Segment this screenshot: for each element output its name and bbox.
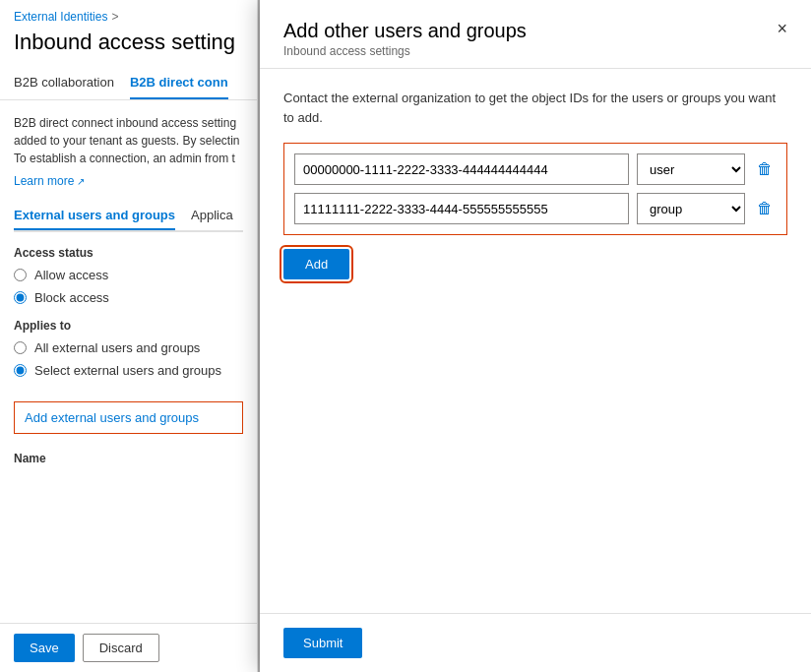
radio-select-input[interactable] [14, 364, 27, 377]
submit-button[interactable]: Submit [283, 628, 362, 658]
discard-button[interactable]: Discard [83, 634, 159, 662]
modal-spacer [283, 279, 787, 593]
access-status-label: Access status [14, 246, 243, 260]
entry-row-1: user group 🗑 [294, 153, 777, 185]
radio-all-label: All external users and groups [34, 340, 200, 355]
save-button[interactable]: Save [14, 634, 75, 662]
modal-title: Add other users and groups [283, 20, 769, 42]
applies-to-label: Applies to [14, 319, 243, 333]
sub-tabs: External users and groups Applica [14, 202, 243, 232]
modal-footer: Submit [260, 613, 811, 672]
modal-header: Add other users and groups Inbound acces… [260, 0, 811, 69]
entry-type-select-1[interactable]: user group [637, 153, 745, 185]
modal-overlay: Add other users and groups Inbound acces… [258, 0, 811, 672]
radio-allow-access[interactable]: Allow access [14, 268, 243, 282]
entries-box: user group 🗑 user group 🗑 [283, 143, 787, 235]
external-link-icon: ↗ [77, 176, 85, 187]
entry-input-2[interactable] [294, 193, 629, 224]
breadcrumb: External Identities > [0, 0, 257, 30]
subtab-applications[interactable]: Applica [191, 202, 233, 230]
entry-row-2: user group 🗑 [294, 193, 777, 224]
learn-more-link[interactable]: Learn more ↗ [14, 174, 85, 188]
modal-close-button[interactable]: × [769, 20, 787, 37]
subtab-external-users[interactable]: External users and groups [14, 202, 175, 230]
access-status-group: Allow access Block access [14, 268, 243, 305]
modal-title-area: Add other users and groups Inbound acces… [283, 20, 769, 58]
page-title: Inbound access setting [0, 30, 257, 67]
add-external-users-box[interactable]: Add external users and groups [14, 401, 243, 434]
left-content: B2B direct connect inbound access settin… [0, 100, 257, 623]
radio-block-access[interactable]: Block access [14, 290, 243, 305]
radio-all-input[interactable] [14, 341, 27, 354]
radio-block-input[interactable] [14, 291, 27, 304]
radio-block-label: Block access [34, 290, 109, 305]
learn-more-label: Learn more [14, 174, 74, 188]
tab-b2b-collaboration[interactable]: B2B collaboration [14, 67, 114, 99]
add-external-users-label: Add external users and groups [25, 410, 199, 425]
name-column-label: Name [14, 452, 243, 465]
modal-description: Contact the external organization to get… [283, 89, 787, 127]
left-footer: Save Discard [0, 623, 257, 672]
entry-delete-button-1[interactable]: 🗑 [753, 160, 777, 178]
radio-select-users[interactable]: Select external users and groups [14, 363, 243, 378]
modal-subtitle: Inbound access settings [283, 44, 769, 58]
add-entry-button[interactable]: Add [283, 249, 349, 279]
entry-type-select-2[interactable]: user group [637, 193, 745, 224]
modal-panel: Add other users and groups Inbound acces… [260, 0, 811, 672]
breadcrumb-link[interactable]: External Identities [14, 10, 107, 24]
b2b-description: B2B direct connect inbound access settin… [14, 114, 243, 167]
radio-allow-label: Allow access [34, 268, 108, 282]
entry-input-1[interactable] [294, 153, 629, 185]
applies-to-group: All external users and groups Select ext… [14, 340, 243, 378]
main-tabs: B2B collaboration B2B direct conn [0, 67, 257, 100]
applies-to-section: Applies to All external users and groups… [14, 319, 243, 378]
tab-b2b-direct[interactable]: B2B direct conn [130, 67, 228, 99]
radio-all-users[interactable]: All external users and groups [14, 340, 243, 355]
radio-allow-input[interactable] [14, 269, 27, 281]
left-panel: External Identities > Inbound access set… [0, 0, 258, 672]
radio-select-label: Select external users and groups [34, 363, 221, 378]
entry-delete-button-2[interactable]: 🗑 [753, 200, 777, 217]
breadcrumb-separator: > [111, 10, 118, 24]
modal-body: Contact the external organization to get… [260, 69, 811, 613]
